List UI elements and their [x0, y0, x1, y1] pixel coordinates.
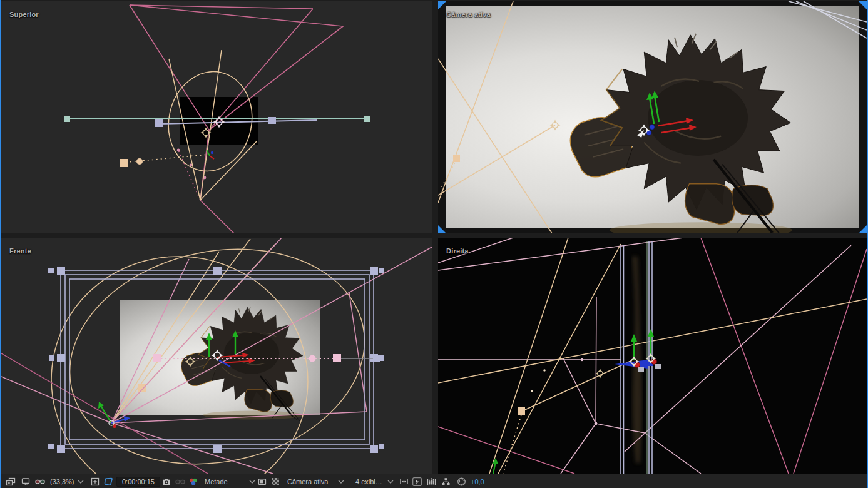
timeline-button[interactable]	[426, 474, 437, 488]
transparency-grid-icon	[270, 477, 280, 487]
always-preview-button[interactable]	[5, 474, 16, 488]
chevron-down-icon	[387, 480, 394, 484]
composition-toolbar: (33,3%) 0:00:00:15	[0, 474, 868, 488]
view-layout-value: 4 exibi…	[355, 478, 382, 485]
current-time-field[interactable]: 0:00:00:15	[116, 474, 160, 488]
active-view-corner-icon	[859, 1, 867, 9]
resolution-value: Metade	[205, 478, 228, 485]
primary-viewer-button[interactable]	[21, 474, 31, 488]
active-view-corner-icon	[859, 225, 867, 233]
chevron-down-icon	[249, 480, 255, 484]
magnification-value: (33,3%)	[50, 478, 74, 485]
active-view-corner-icon	[438, 1, 446, 9]
always-preview-icon	[5, 477, 16, 487]
view-layout-dropdown[interactable]: 4 exibi…	[355, 474, 394, 488]
exposure-offset-field[interactable]: +0,0	[471, 474, 484, 488]
fast-previews-icon	[412, 477, 422, 487]
resolution-dropdown[interactable]: Metade	[205, 474, 255, 488]
3d-view-value: Câmera ativa	[287, 478, 328, 485]
flowchart-button[interactable]	[441, 474, 451, 488]
direita-wireframe-overlay	[438, 238, 867, 474]
timecode-value: 0:00:00:15	[116, 477, 160, 487]
active-view-corner-icon	[438, 225, 446, 233]
grid-guides-button[interactable]	[90, 474, 100, 488]
reset-exposure-button[interactable]	[456, 474, 467, 488]
stereo-glasses-icon	[34, 477, 46, 487]
viewport-direita[interactable]: Direita	[438, 238, 867, 474]
show-snapshot-icon	[175, 477, 186, 487]
frente-wireframe-overlay	[1, 238, 432, 474]
timeline-icon	[426, 477, 437, 487]
show-channel-rgb-icon	[188, 477, 198, 487]
chevron-down-icon	[78, 480, 84, 484]
panel-focus-border-left	[0, 0, 1, 488]
region-of-interest-icon	[257, 477, 267, 487]
stereo-glasses-button[interactable]	[34, 474, 46, 488]
viewport-superior[interactable]: Superior	[1, 1, 432, 233]
flowchart-icon	[441, 477, 451, 487]
show-channel-button[interactable]	[188, 474, 198, 488]
grid-guides-icon	[90, 477, 100, 487]
fast-previews-button[interactable]	[412, 474, 422, 488]
magnification-dropdown[interactable]: (33,3%)	[50, 474, 84, 488]
exposure-offset-value: +0,0	[471, 478, 484, 485]
pixel-aspect-correction-icon	[399, 477, 409, 487]
transparency-grid-button[interactable]	[270, 474, 280, 488]
chevron-down-icon	[338, 480, 344, 484]
mask-visibility-button[interactable]	[103, 474, 114, 488]
show-snapshot-button[interactable]	[175, 474, 186, 488]
superior-wireframe-overlay	[1, 1, 432, 233]
mask-visibility-icon	[103, 477, 114, 487]
viewport-frente[interactable]: Frente	[1, 238, 432, 474]
take-snapshot-button[interactable]	[161, 474, 171, 488]
snapshot-icon	[161, 477, 171, 487]
composition-panel: Superior	[0, 0, 868, 488]
primary-viewer-icon	[21, 477, 31, 487]
viewport-camera-ativa[interactable]: Câmera ativa	[438, 1, 867, 233]
reset-exposure-icon	[456, 477, 467, 487]
pixel-aspect-correction-button[interactable]	[399, 474, 409, 488]
region-of-interest-button[interactable]	[257, 474, 267, 488]
camera-ativa-overlay	[438, 1, 867, 233]
3d-view-dropdown[interactable]: Câmera ativa	[287, 474, 344, 488]
